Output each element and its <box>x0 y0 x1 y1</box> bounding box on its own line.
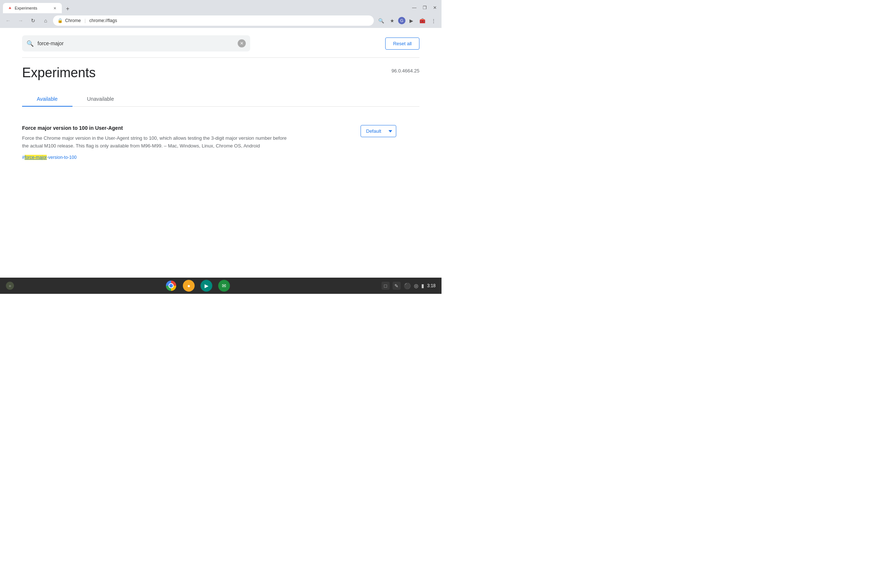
main-section: Experiments 96.0.4664.25 Available Unava… <box>0 58 442 175</box>
browser-frame: 🔺 Experiments ✕ + — ❐ ✕ ← → ↻ ⌂ 🔒 Chrome… <box>0 0 442 294</box>
tab-favicon: 🔺 <box>8 6 12 10</box>
home-button[interactable]: ⌂ <box>41 15 51 26</box>
screenshot-icon[interactable]: □ <box>381 282 390 290</box>
security-icon: 🔒 <box>57 18 63 23</box>
forward-button[interactable]: → <box>15 15 26 26</box>
address-separator: | <box>85 18 86 23</box>
flag-link-prefix: # <box>22 155 25 160</box>
flag-link[interactable]: #force-major-version-to-100 <box>22 155 77 160</box>
new-tab-button[interactable]: + <box>63 4 72 13</box>
search-area: 🔍 ✕ Reset all <box>0 28 442 51</box>
flag-title: Force major version to 100 in User-Agent <box>22 125 287 131</box>
taskbar-time: 3:18 <box>427 283 435 288</box>
version-text: 96.0.4664.25 <box>392 68 419 74</box>
toolbar-icons: 🔍 ★ G ▶ 🧰 ⋮ <box>376 15 438 26</box>
address-bar[interactable]: 🔒 Chrome | chrome://flags <box>53 15 374 26</box>
flag-link-highlight: force-major <box>25 155 47 160</box>
reload-button[interactable]: ↻ <box>28 15 38 26</box>
taskbar-right: □ ✎ ⚫ ◎ ▮ 3:18 <box>381 282 435 290</box>
close-button[interactable]: ✕ <box>430 4 440 12</box>
active-tab[interactable]: 🔺 Experiments ✕ <box>3 3 62 13</box>
flag-select[interactable]: Default Enabled Disabled <box>360 125 396 137</box>
search-input[interactable] <box>38 40 234 46</box>
taskbar-center: ● ▶ ✉ <box>14 280 381 292</box>
launcher-icon[interactable]: ○ <box>6 282 14 290</box>
profile-icon[interactable]: G <box>398 17 405 24</box>
search-toolbar-icon[interactable]: 🔍 <box>376 15 386 26</box>
page-title: Experiments <box>22 65 96 81</box>
taskbar-chat-app[interactable]: ✉ <box>218 280 230 292</box>
extensions-icon[interactable]: 🧰 <box>417 15 428 26</box>
maximize-button[interactable]: ❐ <box>419 4 430 12</box>
notification-badge[interactable]: ⚫ <box>404 282 411 290</box>
address-bar-row: ← → ↻ ⌂ 🔒 Chrome | chrome://flags 🔍 ★ G … <box>0 13 442 28</box>
wifi-icon[interactable]: ◎ <box>414 283 418 289</box>
flag-info: Force major version to 100 in User-Agent… <box>22 125 287 160</box>
taskbar-left: ○ <box>6 282 14 290</box>
taskbar-yellow-app[interactable]: ● <box>183 280 195 292</box>
tab-title: Experiments <box>15 6 50 10</box>
bookmark-icon[interactable]: ★ <box>387 15 397 26</box>
search-icon: 🔍 <box>27 40 34 47</box>
reset-all-button[interactable]: Reset all <box>385 38 419 50</box>
stylus-icon[interactable]: ✎ <box>393 282 401 290</box>
meet-app-icon: ▶ <box>204 283 209 289</box>
search-box: 🔍 ✕ <box>22 35 250 51</box>
cast-icon[interactable]: ▶ <box>406 15 416 26</box>
window-controls: — ❐ ✕ <box>409 4 442 13</box>
search-clear-button[interactable]: ✕ <box>238 39 246 47</box>
tab-close-button[interactable]: ✕ <box>52 6 57 10</box>
taskbar: ○ ● ▶ ✉ □ ✎ ⚫ ◎ ▮ 3: <box>0 278 442 294</box>
taskbar-chrome-app[interactable] <box>165 280 177 292</box>
tab-available[interactable]: Available <box>22 92 72 106</box>
flag-description: Force the Chrome major version in the Us… <box>22 135 287 150</box>
back-button[interactable]: ← <box>3 15 13 26</box>
tab-unavailable[interactable]: Unavailable <box>72 92 129 106</box>
page-content: 🔍 ✕ Reset all Experiments 96.0.4664.25 A… <box>0 28 442 278</box>
minimize-button[interactable]: — <box>409 4 419 12</box>
chat-app-icon: ✉ <box>222 283 226 289</box>
battery-icon[interactable]: ▮ <box>421 283 424 289</box>
tabs-row: Available Unavailable <box>22 92 419 106</box>
tab-bar: 🔺 Experiments ✕ + — ❐ ✕ <box>0 0 442 13</box>
experiments-header: Experiments 96.0.4664.25 <box>22 65 419 81</box>
address-origin: Chrome <box>65 18 81 23</box>
flag-entry: Force major version to 100 in User-Agent… <box>22 118 419 168</box>
chrome-logo-icon <box>166 280 176 291</box>
address-url: chrome://flags <box>89 18 117 23</box>
flag-link-suffix: -version-to-100 <box>47 155 77 160</box>
yellow-app-icon: ● <box>187 283 190 289</box>
flag-control: Default Enabled Disabled <box>360 125 419 137</box>
more-menu-icon[interactable]: ⋮ <box>428 15 438 26</box>
taskbar-meet-app[interactable]: ▶ <box>201 280 212 292</box>
